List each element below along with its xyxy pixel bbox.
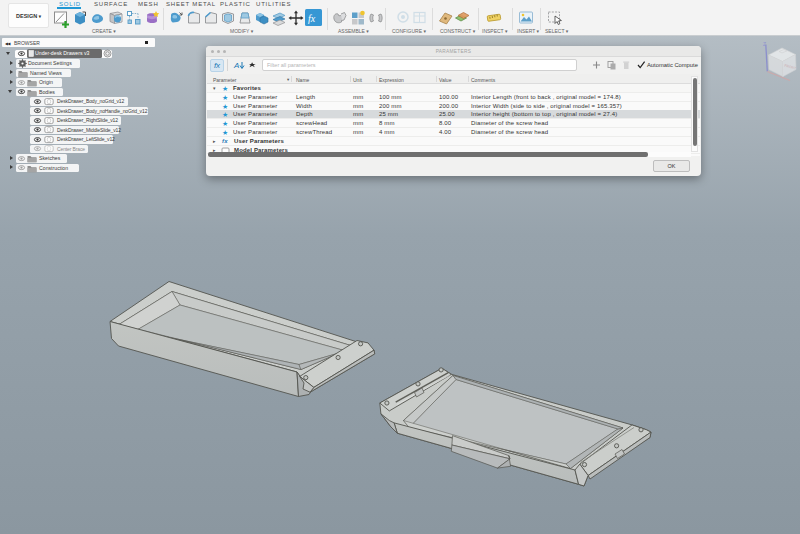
svg-text:fx: fx — [308, 13, 316, 24]
svg-text:A: A — [233, 61, 239, 70]
svg-text:Z: Z — [763, 41, 766, 47]
